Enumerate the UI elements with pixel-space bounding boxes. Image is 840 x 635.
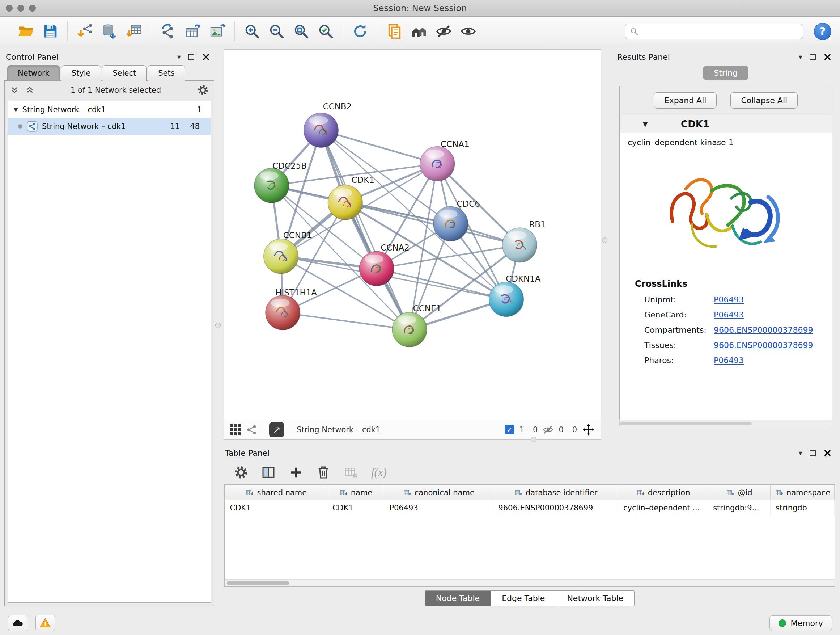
network-edge[interactable]	[283, 313, 409, 330]
network-node-ccnb1[interactable]	[264, 239, 298, 274]
splitter-handle-right[interactable]	[602, 238, 607, 243]
close-window-button[interactable]	[6, 5, 13, 11]
results-float-icon[interactable]	[810, 54, 816, 60]
network-canvas[interactable]: CCNB2CCNA1CDC25BCDK1CDC6RB1CCNB1CCNA2CDK…	[224, 50, 601, 420]
maximize-window-button[interactable]	[29, 5, 36, 11]
table-cell[interactable]: 9606.ENSP00000378699	[493, 500, 618, 516]
network-edge[interactable]	[345, 203, 519, 245]
table-close-icon[interactable]: ×	[823, 449, 832, 456]
panel-float-icon[interactable]	[188, 54, 194, 60]
table-cell[interactable]: stringdb	[771, 500, 835, 516]
network-node-ccna2[interactable]	[359, 251, 394, 286]
pan-crosshair-icon[interactable]	[582, 423, 595, 436]
crosslink-link[interactable]: P06493	[714, 295, 744, 304]
open-session-button[interactable]	[15, 21, 36, 42]
network-style-icon[interactable]	[246, 424, 257, 435]
refresh-button[interactable]	[349, 21, 370, 42]
splitter-handle-bottom[interactable]	[531, 437, 537, 442]
collapse-tree-icon[interactable]	[25, 86, 34, 95]
table-menu-icon[interactable]: ▾	[799, 448, 802, 457]
table-cell[interactable]: CDK1	[225, 500, 327, 516]
column-header[interactable]: shared name	[225, 485, 327, 500]
network-node-cdc6[interactable]	[433, 206, 468, 241]
tab-network[interactable]: Network	[7, 65, 60, 81]
table-scrollbar[interactable]	[225, 579, 835, 586]
network-node-hist1h1a[interactable]	[265, 295, 300, 330]
protein-collapse-icon[interactable]: ▼	[643, 120, 647, 128]
tab-style[interactable]: Style	[61, 65, 101, 81]
export-network-button[interactable]	[158, 21, 179, 42]
birds-eye-view-button[interactable]: ↗	[269, 422, 284, 437]
import-table-button[interactable]	[123, 21, 144, 42]
selected-checkbox-icon[interactable]: ✓	[505, 424, 515, 434]
column-header[interactable]: name	[327, 485, 384, 500]
tab-sets[interactable]: Sets	[148, 65, 185, 81]
network-node-ccne1[interactable]	[392, 312, 427, 347]
network-collection-row[interactable]: ▼ String Network – cdk1 1	[8, 101, 210, 118]
column-header[interactable]: canonical name	[384, 485, 493, 500]
network-node-rb1[interactable]	[502, 228, 537, 263]
crosslink-link[interactable]: P06493	[714, 310, 744, 319]
network-options-gear-icon[interactable]	[197, 84, 209, 96]
column-header[interactable]: namespace	[771, 485, 835, 500]
panel-close-icon[interactable]: ×	[202, 53, 210, 60]
add-column-icon[interactable]	[289, 465, 303, 480]
memory-button[interactable]: Memory	[769, 616, 832, 631]
table-float-icon[interactable]	[810, 450, 816, 456]
table-cell[interactable]: P06493	[384, 500, 493, 516]
eye-slash-button[interactable]	[433, 21, 454, 42]
table-cell[interactable]: stringdb:9...	[708, 500, 771, 516]
network-node-ccna1[interactable]	[420, 146, 455, 181]
zoom-fit-button[interactable]	[291, 21, 311, 42]
column-header[interactable]: database identifier	[493, 485, 618, 500]
table-cell[interactable]: CDK1	[327, 500, 384, 516]
document-button[interactable]	[384, 21, 405, 42]
delete-column-icon[interactable]	[316, 465, 331, 480]
tab-edge-table[interactable]: Edge Table	[491, 591, 556, 606]
crosslink-link[interactable]: 9606.ENSP00000378699	[714, 340, 813, 350]
zoom-out-button[interactable]	[266, 21, 287, 42]
export-image-button[interactable]	[207, 21, 228, 42]
results-scrollbar[interactable]	[619, 421, 832, 426]
zoom-selected-button[interactable]	[315, 21, 336, 42]
search-box[interactable]	[625, 24, 803, 39]
results-close-icon[interactable]: ×	[823, 53, 832, 60]
expand-all-button[interactable]: Expand All	[654, 92, 717, 109]
panel-menu-icon[interactable]: ▾	[177, 52, 181, 61]
network-edge[interactable]	[321, 130, 437, 164]
network-node-cdc25b[interactable]	[254, 168, 289, 203]
protein-header[interactable]: ▼ CDK1	[620, 115, 832, 133]
table-row[interactable]: CDK1CDK1P064939606.ENSP00000378699cyclin…	[225, 500, 835, 516]
help-button[interactable]: ?	[814, 23, 831, 40]
tab-select[interactable]: Select	[102, 65, 147, 81]
import-network-file-button[interactable]	[74, 21, 95, 42]
zoom-in-button[interactable]	[241, 21, 262, 42]
column-header[interactable]: description	[618, 485, 708, 500]
crosslink-link[interactable]: 9606.ENSP00000378699	[714, 325, 813, 334]
tab-node-table[interactable]: Node Table	[425, 591, 491, 606]
results-scrollbar-thumb[interactable]	[621, 422, 752, 425]
string-tab[interactable]: String	[703, 66, 748, 80]
save-session-button[interactable]	[40, 21, 61, 42]
export-table-button[interactable]	[182, 21, 203, 42]
results-menu-icon[interactable]: ▾	[799, 52, 802, 61]
network-edge[interactable]	[321, 130, 409, 330]
network-row[interactable]: String Network – cdk1 11 48	[8, 118, 210, 135]
crosslink-link[interactable]: P06493	[714, 356, 744, 365]
splitter-handle-left[interactable]	[215, 323, 221, 328]
show-columns-icon[interactable]	[261, 465, 276, 480]
network-node-cdk1[interactable]	[328, 185, 363, 220]
minimize-window-button[interactable]	[17, 5, 24, 11]
network-node-cdkn1a[interactable]	[489, 282, 524, 317]
column-header[interactable]: @id	[708, 485, 771, 500]
import-network-db-button[interactable]	[99, 21, 120, 42]
grid-view-icon[interactable]	[230, 424, 240, 435]
warnings-button[interactable]	[35, 615, 55, 631]
eye-button[interactable]	[458, 21, 478, 42]
tab-network-table[interactable]: Network Table	[556, 591, 635, 606]
search-input[interactable]	[642, 27, 798, 35]
network-node-ccnb2[interactable]	[304, 113, 339, 148]
houses-button[interactable]	[409, 21, 429, 42]
cloud-button[interactable]	[8, 615, 27, 631]
collapse-all-button[interactable]: Collapse All	[730, 92, 798, 109]
